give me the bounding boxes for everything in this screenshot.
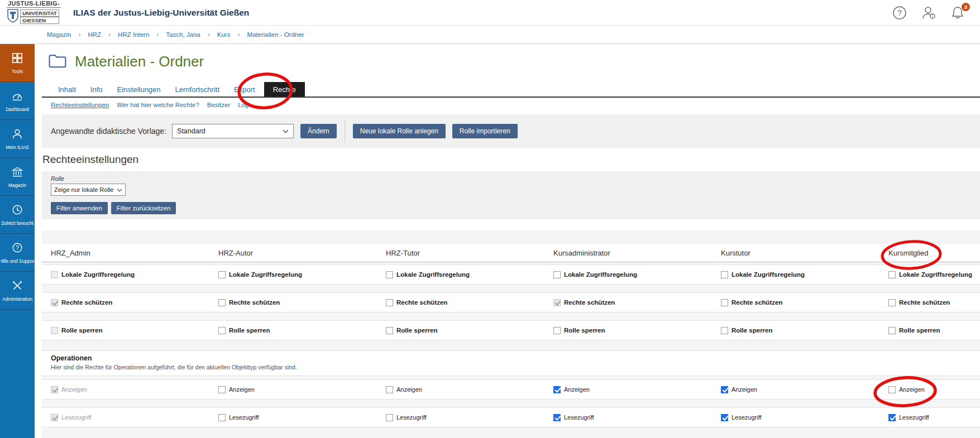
breadcrumb-link[interactable]: Kurs	[217, 31, 231, 38]
kursmitglied-anzeigen-checkbox[interactable]	[888, 386, 896, 393]
permission-checkbox[interactable]	[51, 386, 58, 393]
didactic-template-panel: Angewandte didaktische Vorlage: Standard…	[42, 114, 980, 148]
permission-label: Lesezugriff	[564, 414, 594, 421]
filter-apply-button[interactable]: Filter anwenden	[51, 202, 108, 214]
breadcrumb-link[interactable]: HRZ Intern	[118, 31, 149, 38]
permission-checkbox[interactable]	[553, 414, 561, 421]
permission-label: Lesezugriff	[61, 414, 92, 421]
didactic-template-select[interactable]: Standard	[172, 124, 294, 138]
notification-count-badge: 3	[962, 3, 970, 11]
permission-checkbox[interactable]	[888, 414, 896, 421]
divider	[345, 120, 345, 142]
permission-checkbox[interactable]	[553, 299, 561, 306]
top-header: JUSTUS-LIEBIG- UNIVERSITAT GIESSEN ILIAS…	[0, 0, 980, 26]
permission-label: Lokale Zugriffsregelung	[229, 271, 302, 278]
permission-checkbox[interactable]	[51, 299, 58, 306]
tab-inhalt[interactable]: Inhalt	[51, 82, 83, 97]
new-local-role-button[interactable]: Neue lokale Rolle anlegen	[353, 124, 446, 138]
tab-info[interactable]: Info	[83, 82, 110, 97]
breadcrumb-link[interactable]: HRZ	[88, 31, 101, 38]
permission-checkbox[interactable]	[218, 414, 226, 421]
permission-checkbox[interactable]	[386, 299, 393, 306]
table-row-lesezugriff: Lesezugriff Lesezugriff Lesezugriff Lese…	[42, 407, 980, 427]
filter-panel: Rolle Zeige nur lokale Rolle Filter anwe…	[42, 171, 980, 219]
permission-checkbox[interactable]	[51, 271, 58, 278]
tab-export[interactable]: Export	[227, 82, 262, 97]
section-title: Rechteeinstellungen	[42, 153, 138, 166]
breadcrumb: Magazin › HRZ › HRZ Intern › Tasch, Jana…	[0, 26, 980, 44]
column-header-hrz-autor: HRZ-Autor	[218, 249, 386, 257]
permission-checkbox[interactable]	[888, 299, 896, 306]
permission-checkbox[interactable]	[51, 327, 58, 334]
permission-checkbox[interactable]	[553, 327, 561, 334]
sidebar-item-magazin[interactable]: Magazin	[0, 158, 35, 196]
permission-checkbox[interactable]	[721, 327, 728, 334]
permission-checkbox[interactable]	[218, 327, 226, 334]
breadcrumb-separator: ›	[108, 31, 111, 38]
subtab-rechteeinstellungen[interactable]: Rechteeinstellungen	[51, 102, 109, 108]
permission-checkbox[interactable]	[386, 386, 393, 393]
permission-checkbox[interactable]	[218, 271, 226, 278]
permission-label: Lokale Zugriffsregelung	[732, 271, 805, 278]
logo-text-line3: GIESSEN	[20, 17, 59, 24]
sidebar-item-dashboard[interactable]: Dashboard	[0, 82, 35, 120]
permission-label: Lesezugriff	[396, 414, 427, 421]
subtab-log[interactable]: Log	[238, 102, 248, 108]
permission-checkbox[interactable]	[553, 271, 561, 278]
dashboard-icon	[11, 90, 23, 104]
sidebar-item-zuletzt-besucht[interactable]: Zuletzt besucht	[0, 196, 35, 234]
permission-checkbox[interactable]	[721, 414, 728, 421]
help-icon[interactable]: ?	[892, 5, 907, 21]
permission-label: Rechte schützen	[229, 299, 280, 306]
sidebar-item-mein-ilias[interactable]: Mein ILIAS	[0, 120, 35, 158]
table-header-row: HRZ_Admin HRZ-Autor HRZ-Tutor Kursadmini…	[42, 244, 980, 262]
university-logo[interactable]: JUSTUS-LIEBIG- UNIVERSITAT GIESSEN	[7, 0, 61, 25]
subtab-wer-hat-welche-rechte[interactable]: Wer hat hier welche Rechte?	[117, 102, 199, 108]
sidebar-item-administration[interactable]: Administration	[0, 272, 35, 310]
bank-icon	[11, 166, 23, 180]
permission-checkbox[interactable]	[721, 271, 728, 278]
tab-lernfortschritt[interactable]: Lernfortschritt	[168, 82, 227, 97]
notifications-bell-icon[interactable]: 3	[950, 5, 965, 21]
permission-checkbox[interactable]	[888, 271, 896, 278]
sidebar-item-tools[interactable]: Tools	[0, 44, 35, 82]
app-title: ILIAS der Justus-Liebig-Universität Gieß…	[73, 8, 249, 18]
permission-label: Lokale Zugriffsregelung	[899, 271, 972, 278]
permission-checkbox[interactable]	[721, 386, 728, 393]
table-body: Lokale Zugriffsregelung Lokale Zugriffsr…	[42, 262, 980, 438]
permission-checkbox[interactable]	[51, 414, 58, 421]
import-role-button[interactable]: Rolle importieren	[452, 124, 518, 138]
permission-label: Rechte schützen	[899, 299, 950, 306]
permission-checkbox[interactable]	[218, 299, 226, 306]
filter-reset-button[interactable]: Filter zurücksetzen	[111, 202, 176, 214]
breadcrumb-link[interactable]: Tasch, Jana	[166, 31, 200, 38]
subtab-besitzer[interactable]: Besitzer	[207, 102, 231, 108]
permission-checkbox[interactable]	[218, 386, 226, 393]
breadcrumb-separator: ›	[237, 31, 240, 38]
chevron-down-icon	[117, 186, 122, 193]
permission-checkbox[interactable]	[386, 271, 393, 278]
user-menu-icon[interactable]: !	[921, 5, 936, 21]
main-sidebar: Tools Dashboard Mein ILIAS	[0, 44, 35, 438]
tab-rechte[interactable]: Rechte	[264, 82, 305, 97]
column-header-hrz-admin: HRZ_Admin	[51, 249, 218, 257]
breadcrumb-link[interactable]: Materialien - Ordner	[247, 31, 304, 38]
permission-label: Lesezugriff	[229, 414, 259, 421]
help-circle-icon: ?	[11, 242, 23, 256]
tab-einstellungen[interactable]: Einstellungen	[110, 82, 168, 97]
logo-text-line2: UNIVERSITAT	[20, 9, 59, 17]
breadcrumb-link[interactable]: Magazin	[47, 31, 71, 38]
sidebar-item-hilfe-und-support[interactable]: ? Hilfe und Support	[0, 234, 35, 272]
subtab-bar: Rechteeinstellungen Wer hat hier welche …	[51, 102, 248, 108]
filter-role-select[interactable]: Zeige nur lokale Rolle	[51, 184, 126, 196]
permission-checkbox[interactable]	[386, 414, 393, 421]
permission-checkbox[interactable]	[721, 299, 728, 306]
permission-checkbox[interactable]	[386, 327, 393, 334]
permission-label: Anzeigen	[229, 386, 255, 393]
permission-checkbox[interactable]	[888, 327, 896, 334]
svg-text:?: ?	[16, 244, 19, 251]
svg-text:!: !	[932, 15, 933, 18]
permission-checkbox[interactable]	[553, 386, 561, 393]
change-template-button[interactable]: Ändern	[300, 124, 337, 138]
permission-label: Lesezugriff	[732, 414, 762, 421]
